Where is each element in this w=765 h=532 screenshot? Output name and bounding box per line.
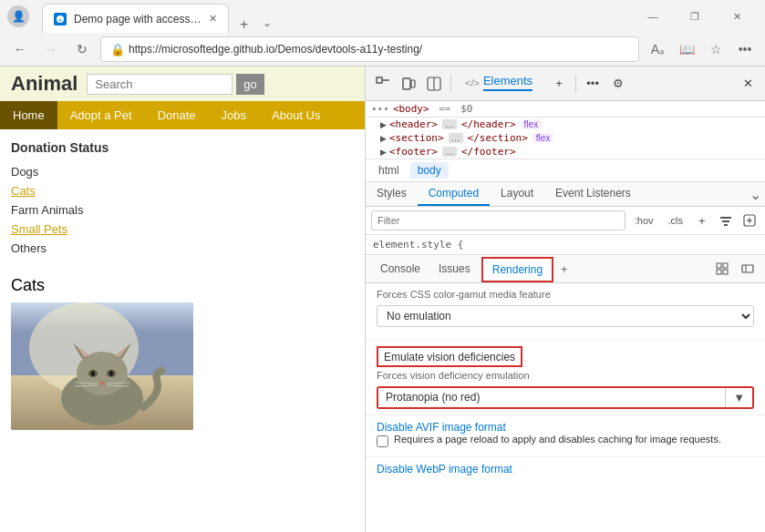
active-tab[interactable]: e Demo page with accessibility iss ✕ — [42, 4, 229, 33]
disable-avif-checkbox[interactable] — [377, 435, 388, 447]
reload-btn[interactable]: ↻ — [69, 36, 95, 62]
dom-tag-footer: <footer> — [389, 146, 438, 158]
search-input[interactable] — [87, 74, 233, 95]
color-gamut-section: Forces CSS color-gamut media feature No … — [366, 283, 765, 341]
filter-icon-1[interactable] — [716, 210, 736, 230]
nav-jobs[interactable]: Jobs — [209, 101, 259, 129]
disable-webp-link[interactable]: Disable WebP image format — [377, 463, 754, 476]
main-area: Animal go Home Adopt a Pet Donate Jobs A… — [0, 66, 765, 532]
tab-dropdown-btn[interactable]: ⌄ — [259, 13, 275, 33]
dom-line[interactable]: ▶ <section> … </section> flex — [366, 131, 765, 145]
color-gamut-select[interactable]: No emulation — [377, 305, 754, 327]
dom-line[interactable]: ▶ <header> … </header> flex — [366, 118, 765, 131]
emulate-vision-title: Emulate vision deficiencies — [384, 351, 515, 363]
device-icon[interactable] — [397, 72, 420, 96]
filter-add-btn[interactable]: + — [692, 210, 712, 230]
tab-html[interactable]: html — [371, 162, 407, 179]
list-item: Dogs — [11, 162, 354, 181]
tab-issues[interactable]: Issues — [429, 258, 480, 280]
inspect-icon[interactable] — [371, 72, 395, 96]
dom-badge-footer: … — [442, 147, 457, 157]
toolbar-icons: Aₐ 📖 ☆ ••• — [645, 36, 758, 62]
dom-expand-icon[interactable]: ▶ — [380, 134, 387, 143]
nav-home[interactable]: Home — [0, 101, 57, 129]
svg-point-13 — [91, 371, 95, 376]
favorites-icon[interactable]: 📖 — [674, 36, 699, 62]
rendering-content: Forces CSS color-gamut media feature No … — [366, 283, 765, 532]
styles-more-btn[interactable]: ⌄ — [746, 186, 765, 203]
filter-hov-btn[interactable]: :hov — [629, 213, 659, 228]
tab-body[interactable]: body — [410, 162, 449, 179]
color-gamut-desc: Forces CSS color-gamut media feature — [377, 289, 754, 300]
console-icon-1[interactable] — [710, 257, 734, 281]
more-icon[interactable]: ••• — [732, 36, 758, 62]
minimize-btn[interactable]: — — [632, 2, 674, 31]
dom-overflow-dots[interactable]: ••• — [371, 103, 389, 115]
tab-event-listeners[interactable]: Event Listeners — [544, 182, 642, 206]
forward-btn[interactable]: → — [38, 36, 64, 62]
list-item[interactable]: Small Pets — [11, 220, 354, 239]
dom-badge-header: … — [442, 119, 457, 129]
dom-line[interactable]: ▶ <footer> … </footer> — [366, 145, 765, 159]
browser-chrome: 👤 e Demo page with accessibility iss ✕ +… — [0, 0, 765, 66]
dt-tab-elements[interactable]: </> Elements — [456, 70, 542, 97]
settings-btn[interactable]: ⚙ — [606, 72, 630, 96]
filter-bar: :hov .cls + — [366, 207, 765, 235]
avatar: 👤 — [7, 5, 29, 27]
svg-rect-28 — [724, 224, 728, 226]
address-input[interactable]: 🔒 https://microsoftedge.github.io/Demos/… — [100, 36, 639, 62]
dom-tag-section: <section> — [389, 132, 444, 144]
svg-rect-33 — [723, 263, 728, 268]
donation-list: Dogs Cats Farm Animals Small Pets Others — [11, 162, 354, 258]
search-btn[interactable]: go — [236, 74, 264, 95]
nav-adopt[interactable]: Adopt a Pet — [57, 101, 145, 129]
devtools-close-btn[interactable]: ✕ — [736, 72, 760, 96]
tab-styles[interactable]: Styles — [366, 182, 418, 206]
tab-console[interactable]: Console — [371, 258, 429, 280]
filter-input[interactable] — [371, 210, 625, 230]
emulate-select-dropdown-btn[interactable]: ▼ — [725, 388, 752, 407]
emulate-select-row: Protanopia (no red) ▼ — [377, 386, 754, 409]
disable-webp-section: Disable WebP image format — [366, 457, 765, 481]
tab-title: Demo page with accessibility iss — [74, 13, 202, 26]
add-tab-btn[interactable]: + — [547, 72, 571, 96]
nav-about[interactable]: About Us — [259, 101, 333, 129]
more-tools-btn[interactable]: ••• — [581, 72, 605, 96]
svg-rect-34 — [717, 270, 721, 274]
add-tab-btn[interactable]: + — [555, 258, 574, 281]
translate-icon[interactable]: Aₐ — [645, 36, 670, 62]
tab-computed[interactable]: Computed — [418, 182, 490, 206]
tab-rendering[interactable]: Rendering — [481, 257, 553, 282]
tab-close-btn[interactable]: ✕ — [209, 13, 217, 25]
cats-title: Cats — [11, 276, 354, 295]
star-icon[interactable]: ☆ — [703, 36, 729, 62]
console-icon-2[interactable] — [736, 257, 760, 281]
svg-rect-32 — [717, 263, 721, 268]
svg-rect-23 — [411, 80, 415, 87]
close-btn[interactable]: ✕ — [716, 2, 758, 31]
maximize-btn[interactable]: ❐ — [674, 2, 716, 31]
dom-expand-icon[interactable]: ▶ — [380, 148, 387, 157]
site-logo: Animal — [11, 72, 78, 96]
site-nav: Home Adopt a Pet Donate Jobs About Us — [0, 101, 365, 129]
disable-avif-link[interactable]: Disable AVIF image format — [377, 421, 754, 434]
tab-layout[interactable]: Layout — [490, 182, 544, 206]
dom-flex-badge: flex — [521, 119, 543, 129]
list-item[interactable]: Cats — [11, 181, 354, 200]
filter-cls-btn[interactable]: .cls — [663, 213, 689, 228]
dom-body-tag[interactable]: <body> == $0 — [393, 103, 473, 115]
title-bar: 👤 e Demo page with accessibility iss ✕ +… — [0, 0, 765, 33]
cats-section: Cats — [0, 269, 365, 437]
dom-breadcrumb-bar: ••• <body> == $0 — [366, 101, 765, 118]
dom-expand-icon[interactable]: ▶ — [380, 120, 387, 129]
site-search: go — [87, 74, 264, 95]
nav-donate[interactable]: Donate — [145, 101, 209, 129]
new-tab-btn[interactable]: + — [233, 16, 255, 33]
back-btn[interactable]: ← — [7, 36, 33, 62]
filter-icon-2[interactable] — [739, 210, 760, 230]
address-bar: ← → ↻ 🔒 https://microsoftedge.github.io/… — [0, 33, 765, 66]
panel-icon[interactable] — [422, 72, 446, 96]
dom-tag-header: <header> — [389, 118, 438, 130]
toolbar-separator — [450, 75, 451, 93]
svg-rect-20 — [377, 77, 382, 83]
